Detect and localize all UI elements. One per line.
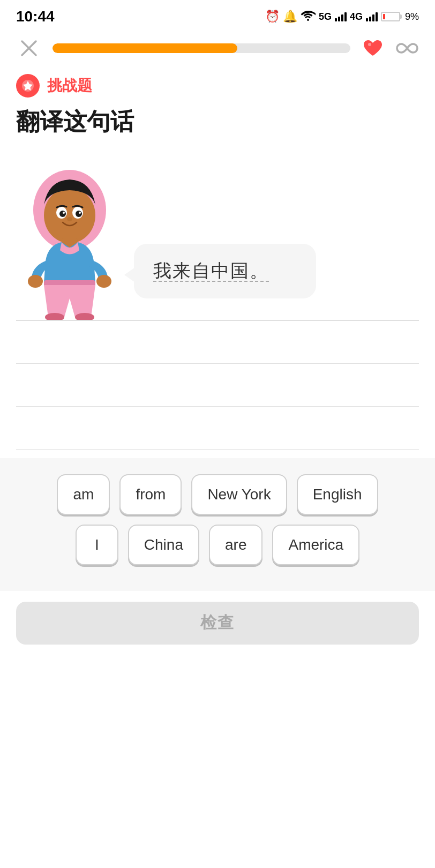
word-chip-america[interactable]: America bbox=[272, 525, 359, 565]
heart-icon bbox=[361, 36, 385, 60]
word-bank-row-2: I China are America bbox=[11, 525, 424, 565]
network-5g-icon: 5G bbox=[319, 11, 332, 23]
svg-point-2 bbox=[368, 43, 371, 46]
battery-percent: 9% bbox=[405, 11, 419, 23]
svg-point-11 bbox=[79, 212, 81, 214]
challenge-label: 挑战题 bbox=[0, 66, 435, 101]
word-chip-china[interactable]: China bbox=[128, 525, 199, 565]
word-chip-am[interactable]: am bbox=[57, 474, 110, 515]
status-bar: 10:44 ⏰ 🔔 5G 4G 9% bbox=[0, 0, 435, 30]
svg-point-8 bbox=[59, 211, 66, 217]
svg-point-9 bbox=[76, 211, 82, 217]
speech-text: 我来自中国。 bbox=[153, 260, 269, 282]
challenge-text: 挑战题 bbox=[47, 76, 92, 96]
signal2-icon bbox=[366, 12, 378, 21]
network-4g-icon: 4G bbox=[350, 11, 363, 23]
word-bank: am from New York English I China are Ame… bbox=[0, 458, 435, 591]
word-chip-are[interactable]: are bbox=[209, 525, 262, 565]
word-chip-new-york[interactable]: New York bbox=[191, 474, 287, 515]
word-chip-i[interactable]: I bbox=[76, 525, 118, 565]
answer-line-1[interactable] bbox=[16, 321, 419, 364]
svg-point-14 bbox=[28, 275, 43, 288]
svg-point-12 bbox=[67, 217, 72, 221]
close-button[interactable] bbox=[16, 35, 42, 61]
battery-indicator: 9% bbox=[381, 11, 419, 23]
svg-point-10 bbox=[63, 212, 65, 214]
progress-bar-fill bbox=[52, 43, 237, 53]
character bbox=[16, 159, 123, 320]
notification-icon: 🔔 bbox=[283, 10, 297, 24]
infinite-icon bbox=[395, 36, 419, 60]
svg-point-15 bbox=[96, 275, 111, 288]
word-chip-from[interactable]: from bbox=[119, 474, 182, 515]
status-icons: ⏰ 🔔 5G 4G 9% bbox=[265, 9, 419, 24]
answer-line-2[interactable] bbox=[16, 364, 419, 407]
word-bank-row-1: am from New York English bbox=[11, 474, 424, 515]
word-chip-english[interactable]: English bbox=[297, 474, 378, 515]
scene-area: 我来自中国。 bbox=[0, 148, 435, 320]
toolbar bbox=[0, 30, 435, 66]
answer-area bbox=[0, 321, 435, 450]
wifi-icon bbox=[301, 9, 316, 24]
check-button[interactable]: 检查 bbox=[16, 602, 419, 645]
alarm-icon: ⏰ bbox=[265, 10, 280, 24]
progress-bar bbox=[52, 43, 350, 53]
status-time: 10:44 bbox=[16, 8, 55, 25]
challenge-badge bbox=[16, 74, 40, 98]
signal1-icon bbox=[335, 12, 347, 21]
question-title: 翻译这句话 bbox=[0, 101, 435, 148]
answer-line-3[interactable] bbox=[16, 407, 419, 450]
speech-bubble: 我来自中国。 bbox=[134, 244, 316, 298]
svg-point-5 bbox=[44, 188, 95, 243]
